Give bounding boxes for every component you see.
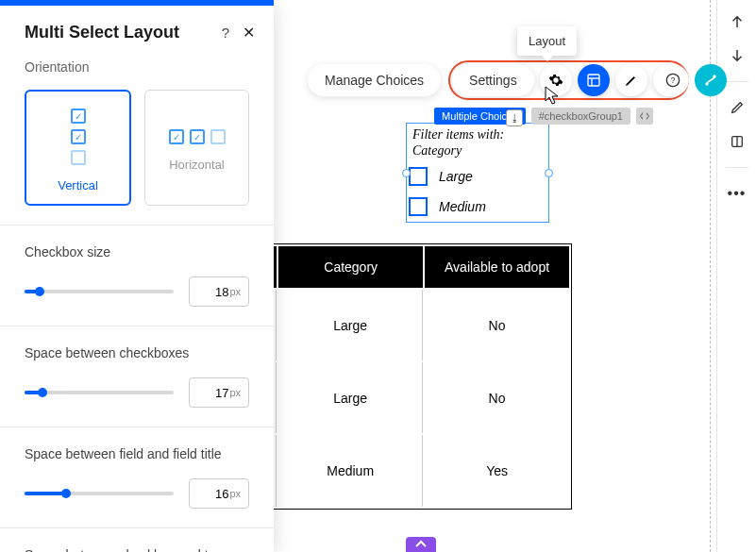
checkbox-size-input[interactable]: 18px — [189, 276, 249, 307]
horizontal-label: Horizontal — [169, 158, 225, 172]
help-circle-icon[interactable]: ? — [657, 64, 689, 96]
space-checkboxes-section: Space between checkboxes 17px — [0, 326, 274, 427]
space-field-title-slider[interactable] — [25, 492, 174, 495]
orientation-horizontal-card[interactable]: ✓✓ Horizontal — [144, 90, 249, 206]
choice-option[interactable]: Medium — [407, 192, 548, 222]
vertical-label: Vertical — [58, 178, 98, 192]
svg-point-6 — [713, 75, 715, 77]
more-icon[interactable]: ••• — [729, 185, 746, 202]
space-checkboxes-input[interactable]: 17px — [189, 377, 249, 408]
svg-point-5 — [705, 82, 708, 85]
space-checkbox-text-section: Space between checkbox and t… 16px — [0, 528, 274, 552]
toolbar-highlighted-group: Settings — [448, 60, 689, 100]
table-header: Available to adopt — [425, 246, 569, 288]
settings-button[interactable]: Settings — [452, 64, 534, 96]
table-cell: Large — [278, 362, 423, 433]
table-header: Category — [278, 246, 423, 288]
checkbox-icon[interactable] — [409, 197, 428, 216]
choice-option-label: Medium — [439, 199, 486, 214]
space-field-title-section: Space between field and field title 16px — [0, 427, 274, 527]
table-cell: No — [425, 290, 569, 360]
svg-text:?: ? — [671, 75, 676, 85]
space-checkboxes-label: Space between checkboxes — [25, 345, 249, 360]
choice-title: Filter items with: Category — [407, 124, 548, 161]
table-cell: No — [425, 362, 569, 433]
checkbox-size-label: Checkbox size — [25, 244, 249, 259]
pencil-icon[interactable] — [729, 99, 746, 116]
panel-title: Multi Select Layout — [25, 23, 179, 42]
space-checkboxes-slider[interactable] — [25, 391, 174, 394]
table-cell: Yes — [425, 435, 569, 506]
close-icon[interactable]: ✕ — [243, 24, 255, 42]
code-icon[interactable] — [636, 108, 653, 125]
table-cell: Large — [278, 290, 423, 360]
horizontal-checkbox-icon: ✓✓ — [169, 129, 226, 144]
choice-option-label: Large — [439, 169, 473, 184]
checkbox-size-slider[interactable] — [25, 290, 174, 293]
element-id-badge: #checkboxGroup1 — [531, 108, 630, 125]
gear-icon[interactable] — [540, 64, 572, 96]
layout-panel: Multi Select Layout ? ✕ Orientation ✓✓ V… — [0, 0, 274, 552]
vertical-checkbox-icon: ✓✓ — [71, 109, 86, 165]
manage-choices-button[interactable]: Manage Choices — [308, 64, 441, 96]
element-toolbar: Manage Choices Settings — [308, 60, 689, 100]
expand-bottom-icon[interactable] — [406, 537, 436, 552]
layout-icon[interactable] — [578, 64, 610, 96]
orientation-vertical-card[interactable]: ✓✓ Vertical — [25, 90, 131, 206]
space-field-title-label: Space between field and field title — [25, 446, 249, 461]
orientation-label: Orientation — [25, 59, 249, 75]
multi-choice-element[interactable]: Filter items with: Category Large Medium — [406, 123, 549, 223]
arrow-up-icon[interactable] — [729, 13, 746, 30]
svg-rect-0 — [588, 75, 599, 86]
layout-tooltip: Layout — [517, 26, 577, 56]
flow-icon[interactable] — [695, 64, 727, 96]
orientation-section: Orientation ✓✓ Vertical ✓✓ Horizontal — [0, 59, 274, 225]
checkbox-size-section: Checkbox size 18px — [0, 226, 274, 326]
arrow-down-icon[interactable] — [729, 47, 746, 64]
split-icon[interactable] — [729, 133, 746, 150]
resize-handle-right[interactable] — [545, 169, 553, 177]
help-icon[interactable]: ? — [222, 25, 229, 41]
table-cell: Medium — [278, 435, 423, 506]
space-field-title-input[interactable]: 16px — [189, 478, 249, 509]
download-icon[interactable]: ⭳ — [506, 109, 523, 126]
space-checkbox-text-label: Space between checkbox and t… — [25, 547, 249, 552]
design-icon[interactable] — [615, 64, 647, 96]
panel-header: Multi Select Layout ? ✕ — [0, 6, 274, 59]
checkbox-icon[interactable] — [409, 167, 428, 186]
resize-handle-left[interactable] — [402, 169, 411, 177]
choice-option[interactable]: Large — [407, 161, 548, 192]
